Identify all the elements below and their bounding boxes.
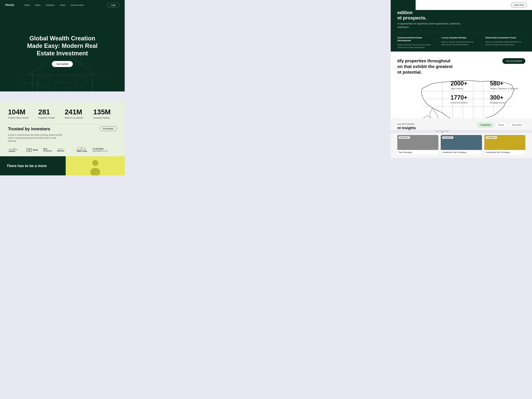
mandiri-logo-svg: mandiri (8, 147, 21, 152)
stat-property-value: 104M Property Value Funded (8, 108, 28, 119)
bank-of-america-logo: Bankof America (43, 148, 52, 152)
tandy-logo-svg: TANDY Shares (76, 147, 87, 152)
national-logo-svg: National (57, 147, 70, 152)
stat-partners-number: 241M (65, 108, 83, 116)
investors-header: Trusted by investors All investors (8, 126, 117, 132)
stat-properties-funded-number: 281 (38, 108, 55, 116)
nav-team[interactable]: Team (35, 4, 40, 6)
stat-property-value-number: 104M (8, 108, 28, 116)
nav-investors[interactable]: Investors (46, 4, 55, 6)
stat-company-funding: 135M Company Funding (93, 108, 111, 119)
bottom-mid-section (66, 156, 125, 175)
stat-partners: 241M Made to our partners (65, 108, 83, 119)
stats-divider (8, 124, 117, 125)
bottom-left-text: There has to be a more (7, 163, 47, 168)
cxn-national-logo: CX NATIONAL INVESTMENT CO. SA (93, 147, 108, 153)
nav-press[interactable]: Press (60, 4, 65, 6)
svg-text:TANDY Shares: TANDY Shares (76, 150, 87, 152)
svg-text:INVESTMENT CO. SA: INVESTMENT CO. SA (93, 150, 108, 152)
all-investors-button[interactable]: All investors (100, 126, 117, 131)
navbar-logo[interactable]: Hously (5, 4, 14, 6)
navbar: Hously About Team Investors Press How we… (0, 0, 125, 10)
nav-about[interactable]: About (24, 4, 30, 6)
get-started-button[interactable]: Get started (52, 61, 73, 67)
investor-logos-row: mandiri TD Bank Bankof America National … (8, 147, 117, 153)
investors-description: Arrived is revolutionizing real estate i… (8, 133, 64, 142)
bottom-left-section: There has to be a more (0, 156, 66, 175)
svg-rect-1 (55, 82, 70, 91)
stat-properties-funded-label: Properties Funded (38, 117, 55, 119)
svg-text:National: National (57, 150, 64, 152)
hero-section: Global Wealth Creation Made Easy: Modern… (0, 10, 125, 91)
svg-rect-5 (24, 83, 38, 91)
td-bank-logo: TD Bank (27, 149, 38, 151)
svg-text:CX NATIONAL: CX NATIONAL (93, 148, 104, 150)
stat-partners-label: Made to our partners (65, 117, 83, 119)
cxn-logo-svg: CX NATIONAL INVESTMENT CO. SA (93, 147, 108, 152)
svg-rect-2 (38, 77, 50, 86)
login-button[interactable]: Login (107, 3, 119, 7)
hero-title: Global Wealth Creation Made Easy: Modern… (22, 35, 102, 57)
stat-property-value-label: Property Value Funded (8, 117, 28, 119)
svg-rect-3 (75, 77, 86, 86)
stat-properties-funded: 281 Properties Funded (38, 108, 55, 119)
investors-title: Trusted by investors (8, 126, 50, 132)
svg-point-25 (90, 168, 100, 175)
navbar-links: About Team Investors Press How we work (24, 4, 101, 6)
tandy-shares-logo: TANDY Shares (76, 147, 87, 153)
svg-point-24 (92, 160, 98, 166)
stat-company-funding-label: Company Funding (93, 117, 111, 119)
national-logo: National (57, 147, 70, 153)
stats-row: 104M Property Value Funded 281 Propertie… (8, 108, 117, 119)
svg-text:mandiri: mandiri (9, 150, 16, 152)
mandiri-logo: mandiri (8, 147, 21, 153)
nav-how-we-work[interactable]: How we work (71, 4, 83, 6)
investors-section: Trusted by investors All investors Arriv… (0, 126, 125, 159)
stat-company-funding-number: 135M (93, 108, 111, 116)
person-silhouette-icon (89, 159, 102, 175)
